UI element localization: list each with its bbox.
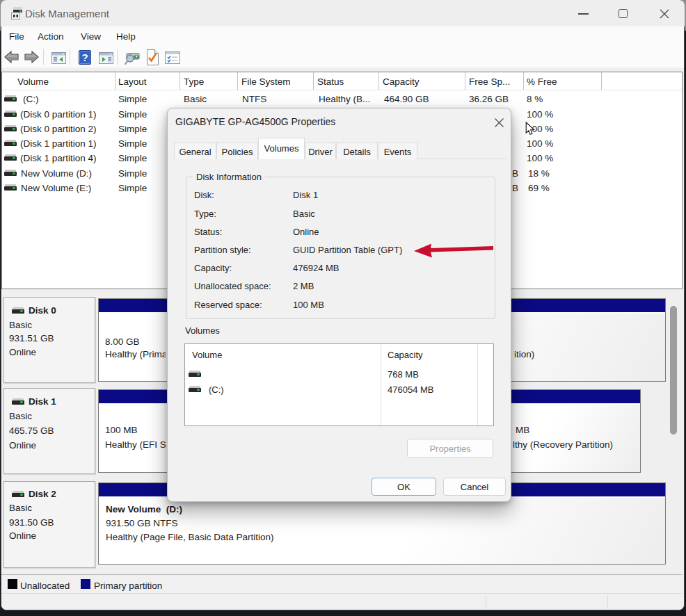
svg-text:?: ? bbox=[81, 51, 88, 63]
